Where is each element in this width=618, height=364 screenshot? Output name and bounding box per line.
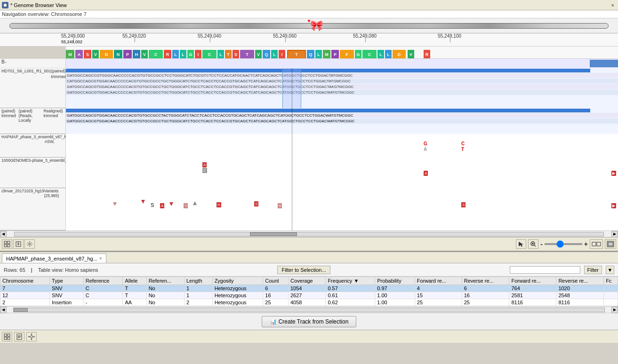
gene-band-L6[interactable]: L xyxy=(377,50,384,59)
cv-variant-6[interactable]: S xyxy=(278,203,282,208)
gene-band-M[interactable]: M xyxy=(66,50,74,59)
gene-band-V[interactable]: V xyxy=(92,50,99,59)
gene-band-L5[interactable]: L xyxy=(315,50,322,59)
gene-band-I2[interactable]: I xyxy=(279,50,285,59)
zoom-slider[interactable] xyxy=(545,243,582,245)
col-length[interactable]: Length xyxy=(184,277,212,285)
gene-band-I[interactable]: I xyxy=(195,50,201,59)
gene-band-V4[interactable]: V xyxy=(408,50,414,59)
tg-variant-A1[interactable]: A xyxy=(202,162,207,167)
scroll-thumb[interactable] xyxy=(250,232,297,236)
horizontal-scrollbar[interactable]: ◀ ▶ xyxy=(0,230,618,237)
gene-band-R[interactable]: R xyxy=(164,50,171,59)
table-settings-btn[interactable] xyxy=(26,332,37,341)
gene-band-D[interactable]: D xyxy=(100,50,113,59)
table-scroll-track[interactable] xyxy=(13,308,605,312)
export-btn[interactable] xyxy=(13,239,24,249)
col-zygosity[interactable]: Zygosity xyxy=(212,277,263,285)
tg-variant-right[interactable]: ▶ xyxy=(611,171,616,176)
fit-screen-btn[interactable] xyxy=(605,239,616,249)
table-hscroll[interactable]: ◀ ▶ xyxy=(0,306,618,313)
table-export-btn[interactable] xyxy=(14,332,24,341)
grid-toggle-btn[interactable] xyxy=(2,239,12,249)
filter-dropdown-btn[interactable]: ▼ xyxy=(606,266,614,274)
tg-variant-A2[interactable]: A xyxy=(424,171,428,176)
gene-band-T[interactable]: T xyxy=(225,50,232,59)
hapmap-tab[interactable]: HAPMAP_phase_3_ensembl_v87_hg... × xyxy=(2,253,106,263)
filter-input[interactable] xyxy=(510,266,580,274)
table-row[interactable]: 12 SNV C T No 1 Heterozygous 16 2627 0.6… xyxy=(0,292,618,299)
gene-band-H[interactable]: H xyxy=(133,50,140,59)
gene-band-C[interactable]: C xyxy=(149,50,163,59)
scroll-left-btn[interactable]: ◀ xyxy=(0,231,7,237)
col-probability[interactable]: Probability xyxy=(375,277,415,285)
gene-band-F[interactable]: F xyxy=(340,50,354,59)
table-scroll-thumb[interactable] xyxy=(14,308,28,312)
tab-close-btn[interactable]: × xyxy=(99,256,102,261)
table-scroll-left[interactable]: ◀ xyxy=(0,307,7,313)
hapmap-variant-C[interactable]: C xyxy=(461,141,465,146)
col-fc[interactable]: Fc xyxy=(604,277,618,285)
gene-band-L4[interactable]: L xyxy=(271,50,278,59)
col-referen[interactable]: Referen... xyxy=(146,277,184,285)
close-button[interactable]: × xyxy=(610,2,616,8)
gene-band-L7[interactable]: L xyxy=(385,50,392,59)
gene-band-D2[interactable]: D xyxy=(393,50,406,59)
gene-band-C2[interactable]: C xyxy=(202,50,217,59)
hapmap-variant-A[interactable]: A xyxy=(424,147,427,152)
col-forward-re-1[interactable]: Forward re... xyxy=(415,277,462,285)
cv-variant-1[interactable]: S xyxy=(151,202,154,208)
zoom-fit-btn[interactable] xyxy=(590,239,603,249)
gene-band-P2[interactable]: P xyxy=(331,50,339,59)
col-coverage[interactable]: Coverage xyxy=(288,277,325,285)
zoom-in-btn[interactable] xyxy=(528,239,538,249)
table-scroll-right[interactable]: ▶ xyxy=(611,307,618,313)
col-forward-re-2[interactable]: Forward re... xyxy=(509,277,556,285)
gene-band-Q[interactable]: Q xyxy=(263,50,270,59)
scroll-track[interactable] xyxy=(14,232,604,237)
cv-variant-3[interactable]: Y xyxy=(184,203,188,208)
gene-band-V3[interactable]: V xyxy=(255,50,262,59)
col-reverse-re-2[interactable]: Reverse re... xyxy=(556,277,604,285)
gene-band-G2[interactable]: G xyxy=(355,50,361,59)
tg-variant-C1[interactable]: C xyxy=(202,168,207,173)
gene-band-M2[interactable]: M xyxy=(323,50,330,59)
cursor-btn[interactable] xyxy=(516,239,526,249)
table-row[interactable]: 7 SNV C T No 1 Heterozygous 6 1054 0.57 … xyxy=(0,285,618,292)
table-container[interactable]: Chromosome Type Reference Allele Referen… xyxy=(0,277,618,306)
gene-band-Q2[interactable]: Q xyxy=(307,50,314,59)
table-grid-btn[interactable] xyxy=(2,332,12,341)
gene-band-L[interactable]: L xyxy=(172,50,179,59)
col-reverse-re-1[interactable]: Reverse re... xyxy=(462,277,509,285)
create-track-button[interactable]: 📊 Create Track from Selection xyxy=(262,316,357,327)
col-reference[interactable]: Reference xyxy=(83,277,123,285)
filter-btn[interactable]: Filter xyxy=(584,266,602,274)
cv-variant-2[interactable]: A xyxy=(160,203,164,208)
gene-band-A[interactable]: A xyxy=(75,50,83,59)
gene-band-V2[interactable]: V xyxy=(141,50,148,59)
cv-variant-right[interactable]: ▶ xyxy=(611,203,616,208)
gene-band-N[interactable]: N xyxy=(114,50,122,59)
col-allele[interactable]: Allele xyxy=(123,277,146,285)
gene-band-T2[interactable]: T xyxy=(240,50,254,59)
col-frequency[interactable]: Frequency ▼ xyxy=(326,277,375,285)
table-row[interactable]: 2 Insertion - AA No 2 Heterozygous 25 40… xyxy=(0,299,618,306)
gene-band-S[interactable]: S xyxy=(84,50,91,59)
chromosome-overview[interactable]: ▼ 🎀 xyxy=(0,18,618,33)
settings-btn[interactable] xyxy=(24,239,35,249)
gene-band-G[interactable]: G xyxy=(187,50,194,59)
scroll-right-btn[interactable]: ▶ xyxy=(611,231,618,237)
col-chromosome[interactable]: Chromosome xyxy=(0,277,50,285)
col-type[interactable]: Type xyxy=(50,277,84,285)
cv-variant-5[interactable]: S xyxy=(254,201,258,206)
gene-band-L3[interactable]: L xyxy=(217,50,224,59)
gene-band-R2[interactable]: R xyxy=(424,50,430,59)
gene-band-L2[interactable]: L xyxy=(180,50,186,59)
hapmap-variant-T[interactable]: T xyxy=(461,147,464,152)
gene-band-P[interactable]: P xyxy=(123,50,132,59)
col-count[interactable]: Count xyxy=(263,277,289,285)
gene-band-T3[interactable]: T xyxy=(287,50,306,59)
gene-band-S2[interactable]: S xyxy=(233,50,239,59)
cv-variant-7[interactable]: S xyxy=(461,202,466,207)
cv-variant-4[interactable]: H xyxy=(217,202,221,207)
